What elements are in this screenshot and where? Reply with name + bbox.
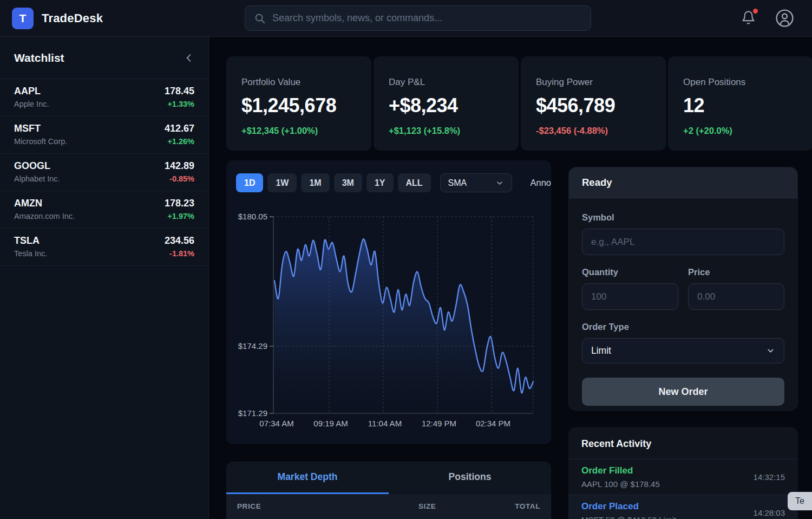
x-tick-label: 12:49 PM — [422, 419, 456, 428]
range-button-1m[interactable]: 1M — [301, 173, 329, 192]
watchlist-row[interactable]: TSLATesla Inc.234.56-1.81% — [0, 229, 208, 266]
notifications-button[interactable] — [741, 10, 757, 27]
watchlist-change: +1.26% — [165, 137, 194, 146]
x-tick-label: 07:34 AM — [259, 419, 293, 428]
watchlist-symbol: AAPL — [14, 86, 49, 97]
price-label: Price — [688, 267, 784, 277]
watchlist-change: +1.33% — [165, 100, 194, 108]
stat-change: +2 (+20.0%) — [683, 126, 798, 136]
main-content: Portfolio Value$1,245,678+$12,345 (+1.00… — [209, 37, 812, 519]
range-button-1w[interactable]: 1W — [267, 173, 297, 192]
stat-value: 12 — [683, 94, 798, 117]
watchlist-price: 234.56 — [165, 235, 194, 246]
column-size: SIZE — [418, 502, 436, 510]
symbol-label: Symbol — [582, 212, 784, 223]
watchlist-row[interactable]: GOOGLAlphabet Inc.142.89-0.85% — [0, 154, 208, 191]
watchlist-company: Amazon.com Inc. — [14, 212, 75, 220]
order-panel-header: Ready — [569, 167, 797, 198]
global-search[interactable] — [245, 5, 591, 31]
range-button-1d[interactable]: 1D — [236, 173, 263, 192]
activity-item-time: 14:28:03 — [754, 508, 785, 517]
activity-item-time: 14:32:15 — [754, 472, 785, 482]
symbol-input[interactable] — [582, 229, 784, 255]
notification-dot — [753, 9, 758, 14]
x-tick-label: 02:34 PM — [476, 419, 510, 428]
stat-label: Buying Power — [536, 77, 651, 88]
watchlist-symbol: TSLA — [14, 235, 47, 246]
y-tick-label: $180.05 — [238, 212, 267, 221]
brand: T TradeDesk — [12, 8, 103, 29]
y-tick-label: $171.29 — [238, 408, 267, 418]
stat-label: Portfolio Value — [241, 77, 356, 88]
watchlist-row[interactable]: AAPLApple Inc.178.45+1.33% — [0, 79, 208, 116]
toast-clipped: Te — [788, 492, 812, 510]
watchlist-price: 142.89 — [165, 160, 194, 172]
chevron-down-icon — [495, 179, 504, 187]
watchlist-symbol: GOOGL — [14, 160, 60, 172]
logo-letter: T — [19, 12, 27, 25]
stat-card: Open Positions12+2 (+20.0%) — [668, 56, 812, 151]
range-button-1y[interactable]: 1Y — [366, 173, 394, 192]
tab-market-depth[interactable]: Market Depth — [226, 462, 389, 494]
x-tick-label: 09:19 AM — [313, 419, 348, 428]
watchlist-price: 412.67 — [165, 123, 194, 134]
price-chart-card: 1D1W1M3M1YALL SMA Anno — [226, 160, 551, 444]
stat-value: $1,245,678 — [241, 94, 356, 117]
top-bar: T TradeDesk — [0, 0, 812, 37]
stats-row: Portfolio Value$1,245,678+$12,345 (+1.00… — [226, 56, 812, 151]
chevron-left-icon — [184, 53, 194, 63]
app-title: TradeDesk — [42, 11, 103, 25]
stat-change: +$12,345 (+1.00%) — [241, 126, 356, 136]
watchlist-change: -0.85% — [165, 174, 194, 183]
watchlist-row[interactable]: AMZNAmazon.com Inc.178.23+1.97% — [0, 191, 208, 229]
range-button-all[interactable]: ALL — [398, 173, 431, 192]
tab-positions[interactable]: Positions — [389, 462, 551, 494]
order-type-value: Limit — [591, 345, 611, 356]
watchlist-price: 178.23 — [165, 198, 194, 209]
stat-card: Buying Power$456,789-$23,456 (-4.88%) — [521, 56, 666, 151]
activity-item[interactable]: Order Filled AAPL 100 @ $178.45 14:32:15 — [568, 459, 798, 495]
user-avatar-icon — [775, 9, 794, 28]
watchlist-sidebar: Watchlist AAPLApple Inc.178.45+1.33%MSFT… — [0, 37, 209, 519]
search-input[interactable] — [272, 12, 582, 24]
new-order-button[interactable]: New Order — [582, 378, 784, 406]
account-avatar-button[interactable] — [775, 9, 794, 28]
watchlist-change: -1.81% — [165, 249, 194, 258]
stat-change: +$1,123 (+15.8%) — [389, 126, 503, 136]
activity-item-title: Order Placed — [581, 501, 676, 512]
activity-item[interactable]: Order Placed MSFT 50 @ $412.50 Limit 14:… — [568, 495, 798, 519]
search-icon — [254, 12, 266, 24]
depth-positions-card: Market Depth Positions PRICE SIZE TOTAL — [226, 462, 551, 519]
quantity-label: Quantity — [582, 267, 678, 277]
range-button-3m[interactable]: 3M — [334, 173, 362, 192]
stat-card: Day P&L+$8,234+$1,123 (+15.8%) — [374, 56, 519, 151]
watchlist-price: 178.45 — [165, 86, 194, 97]
price-area-fill — [274, 239, 533, 413]
stat-label: Day P&L — [389, 77, 503, 88]
column-price: PRICE — [237, 502, 261, 510]
app-logo: T — [12, 8, 34, 29]
order-type-select[interactable]: Limit — [582, 338, 784, 364]
stat-value: +$8,234 — [389, 94, 503, 117]
recent-activity-title: Recent Activity — [581, 438, 651, 449]
indicator-selected-value: SMA — [448, 178, 467, 188]
watchlist-symbol: AMZN — [14, 198, 75, 209]
quantity-input[interactable] — [582, 283, 678, 310]
activity-item-title: Order Filled — [581, 465, 660, 476]
watchlist-title: Watchlist — [14, 51, 64, 64]
chart-toolbar: 1D1W1M3M1YALL SMA Anno — [236, 173, 551, 192]
depth-table-header: PRICE SIZE TOTAL — [226, 494, 551, 519]
order-type-label: Order Type — [582, 322, 784, 332]
chart-area[interactable]: $180.05 $174.29 $171.29 07:34 AM 09:19 A… — [236, 198, 551, 432]
stat-label: Open Positions — [683, 77, 798, 88]
stat-card: Portfolio Value$1,245,678+$12,345 (+1.00… — [226, 56, 371, 151]
collapse-sidebar-button[interactable] — [184, 53, 194, 63]
x-tick-label: 11:04 AM — [368, 419, 402, 428]
activity-item-detail: AAPL 100 @ $178.45 — [581, 479, 660, 489]
indicator-select[interactable]: SMA — [440, 173, 513, 192]
watchlist-row[interactable]: MSFTMicrosoft Corp.412.67+1.26% — [0, 116, 208, 154]
price-input[interactable] — [688, 283, 784, 310]
watchlist-company: Tesla Inc. — [14, 249, 47, 258]
column-total: TOTAL — [515, 502, 540, 510]
watchlist-header: Watchlist — [0, 37, 208, 79]
